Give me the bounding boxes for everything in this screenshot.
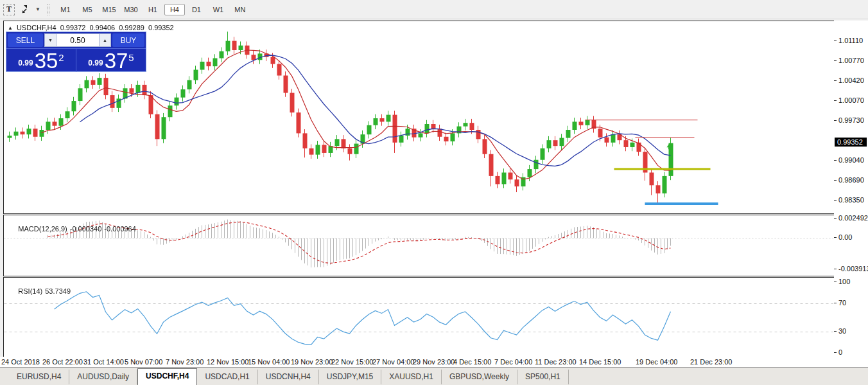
trade-panel-price-row: 0.99 35 2 0.99 37 5 [6, 49, 146, 72]
rsi-axis-label: 30 [838, 327, 846, 335]
date-axis-label: 19 Nov 23:00 [291, 358, 333, 366]
timeframe-button-m1[interactable]: M1 [55, 4, 76, 15]
date-axis-label: 14 Dec 15:00 [579, 358, 621, 366]
text-tool-icon: T [3, 4, 15, 15]
volume-decrease-button[interactable]: ▼ [44, 33, 56, 47]
timeframe-button-m5[interactable]: M5 [77, 4, 98, 15]
date-axis-label: 7 Dec 04:00 [494, 358, 532, 366]
axis-tick-mark [834, 218, 837, 219]
axis-tick-mark [834, 282, 837, 282]
date-axis-label: 12 Nov 15:00 [207, 358, 248, 366]
trade-panel-top-row: SELL ▼ 0.50 ▲ BUY [6, 32, 146, 49]
axis-tick-mark [834, 100, 837, 101]
date-axis-label: 5 Nov 07:00 [125, 358, 162, 366]
chart-tab-xauusd-h1[interactable]: XAUUSD,H1 [381, 370, 442, 384]
current-price-badge: 0.99352 [835, 138, 867, 147]
timeframe-button-d1[interactable]: D1 [186, 4, 207, 15]
macd-main-value: -0.000340 [70, 225, 102, 233]
axis-tick-mark [834, 269, 837, 269]
macd-indicator-panel[interactable]: MACD(12,26,9)-0.000340-0.000964 [3, 215, 835, 276]
chart-tab-usdcad-h1[interactable]: USDCAD,H1 [197, 370, 257, 384]
date-axis-label: 7 Nov 23:00 [166, 358, 204, 366]
sell-price-point: 2 [58, 52, 64, 63]
collapse-triangle-icon[interactable]: ▲ [8, 25, 13, 31]
ohlc-close: 0.99352 [148, 24, 174, 31]
text-label-tool-button[interactable]: T [3, 3, 15, 16]
axis-tick-mark [834, 40, 837, 41]
rsi-value: 53.7349 [45, 287, 71, 295]
axis-tick-mark [834, 331, 837, 332]
chart-tab-bar: EURUSD,H4AUDUSD,DailyUSDCHF,H4USDCAD,H1U… [0, 367, 868, 385]
date-axis-label: 27 Nov 04:00 [372, 358, 414, 366]
date-axis[interactable]: 24 Oct 201826 Oct 22:0031 Oct 14:005 Nov… [0, 357, 868, 367]
date-axis-label: 4 Dec 15:00 [453, 358, 491, 366]
rsi-axis-label: 70 [838, 299, 846, 307]
price-axis-label: 1.00070 [838, 96, 864, 104]
one-click-trade-panel: SELL ▼ 0.50 ▲ BUY 0.99 35 2 0.99 37 5 [6, 31, 146, 72]
chevron-down-icon[interactable]: ▼ [35, 6, 40, 12]
axis-tick-mark [834, 200, 837, 201]
rsi-indicator-panel[interactable]: RSI(14)53.7349 [3, 277, 835, 358]
rsi-name: RSI(14) [18, 287, 42, 295]
date-axis-label: 19 Dec 04:00 [636, 358, 677, 366]
chart-tab-gbpusd-weekly[interactable]: GBPUSD,Weekly [442, 370, 517, 384]
volume-input[interactable]: 0.50 [56, 33, 99, 47]
sell-button[interactable]: SELL [8, 33, 43, 47]
price-axis-label: 0.98350 [838, 196, 864, 204]
rsi-label: RSI(14)53.7349 [6, 280, 73, 303]
price-axis-label: 0.99040 [838, 156, 864, 164]
buy-price-point: 5 [128, 52, 134, 63]
timeframe-button-w1[interactable]: W1 [208, 4, 229, 15]
date-axis-label: 29 Nov 23:00 [413, 358, 455, 366]
date-axis-label: 22 Nov 15:00 [331, 358, 373, 366]
rsi-canvas[interactable] [4, 278, 833, 356]
date-axis-label: 24 Oct 2018 [1, 358, 40, 366]
chart-tab-sp500-h1[interactable]: SP500,H1 [517, 370, 569, 384]
arrows-icon [21, 4, 32, 15]
toolbar: T ▼ M1M5M15M30H1H4D1W1MN [0, 0, 868, 19]
macd-axis-label: 0.002492 [838, 214, 868, 222]
toolbar-separator [47, 4, 49, 15]
rsi-axis-label: 100 [838, 278, 850, 285]
sell-price-display[interactable]: 0.99 35 2 [6, 49, 76, 72]
chart-tab-usdcnh-h4[interactable]: USDCNH,H4 [258, 370, 319, 384]
axis-tick-mark [834, 80, 837, 81]
axis-tick-mark [834, 352, 837, 353]
timeframe-button-group: M1M5M15M30H1H4D1W1MN [55, 4, 251, 15]
price-chart-panel[interactable]: ▲ USDCHF,H4 0.99372 0.99406 0.99289 0.99… [3, 21, 835, 214]
chart-tab-eurusd-h4[interactable]: EURUSD,H4 [9, 370, 69, 384]
date-axis-label: 15 Nov 04:00 [248, 358, 290, 366]
sell-price-pips: 35 [35, 51, 58, 71]
date-axis-label: 11 Dec 23:00 [535, 358, 577, 366]
timeframe-button-h1[interactable]: H1 [143, 4, 163, 15]
macd-label: MACD(12,26,9)-0.000340-0.000964 [6, 217, 139, 240]
chart-tab-audusd-daily[interactable]: AUDUSD,Daily [69, 370, 137, 384]
axis-tick-mark [834, 180, 837, 181]
date-axis-label: 21 Dec 23:00 [690, 358, 732, 366]
macd-axis-label: -0.003913 [838, 265, 868, 273]
timeframe-button-h4[interactable]: H4 [164, 4, 185, 15]
chart-tab-usdchf-h4[interactable]: USDCHF,H4 [137, 368, 197, 385]
buy-button[interactable]: BUY [112, 33, 144, 47]
price-axis-label: 1.01110 [838, 37, 863, 44]
arrow-objects-tool-button[interactable] [18, 3, 35, 16]
volume-increase-button[interactable]: ▲ [99, 33, 111, 47]
price-axis-label: 0.98690 [838, 176, 864, 184]
sell-price-base: 0.99 [18, 58, 33, 67]
timeframe-button-m30[interactable]: M30 [121, 4, 141, 15]
macd-axis-label: 0.00 [838, 233, 852, 241]
price-axis-label: 0.99730 [838, 116, 864, 124]
date-axis-label: 26 Oct 22:00 [42, 358, 83, 366]
axis-tick-mark [834, 120, 837, 121]
buy-price-display[interactable]: 0.99 37 5 [76, 49, 146, 72]
price-axis[interactable]: 1.011101.007701.004201.000700.997300.990… [834, 21, 868, 357]
timeframe-button-mn[interactable]: MN [230, 4, 250, 15]
axis-tick-mark [834, 160, 837, 161]
axis-tick-mark [834, 237, 837, 238]
chart-symbol-timeframe: USDCHF,H4 [17, 24, 56, 31]
price-axis-label: 1.00770 [838, 57, 864, 64]
macd-name: MACD(12,26,9) [18, 225, 67, 233]
chart-tab-usdjpy-m15[interactable]: USDJPY,M15 [319, 370, 381, 384]
axis-tick-mark [834, 303, 837, 303]
timeframe-button-m15[interactable]: M15 [99, 4, 119, 15]
